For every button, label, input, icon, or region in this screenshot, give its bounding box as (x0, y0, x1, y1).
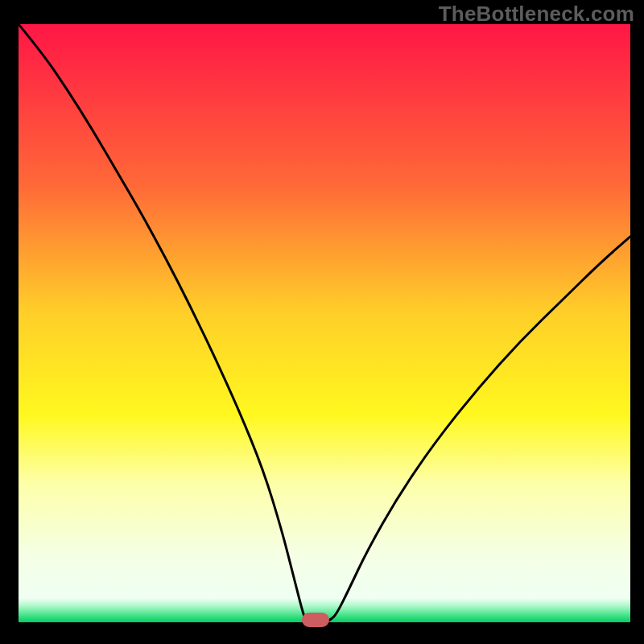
plot-area (19, 24, 630, 622)
gradient-background (19, 24, 630, 599)
chart-frame: TheBottleneck.com (0, 0, 644, 644)
watermark-text: TheBottleneck.com (439, 2, 634, 27)
chart-svg (19, 24, 630, 622)
optimal-marker (302, 613, 329, 627)
